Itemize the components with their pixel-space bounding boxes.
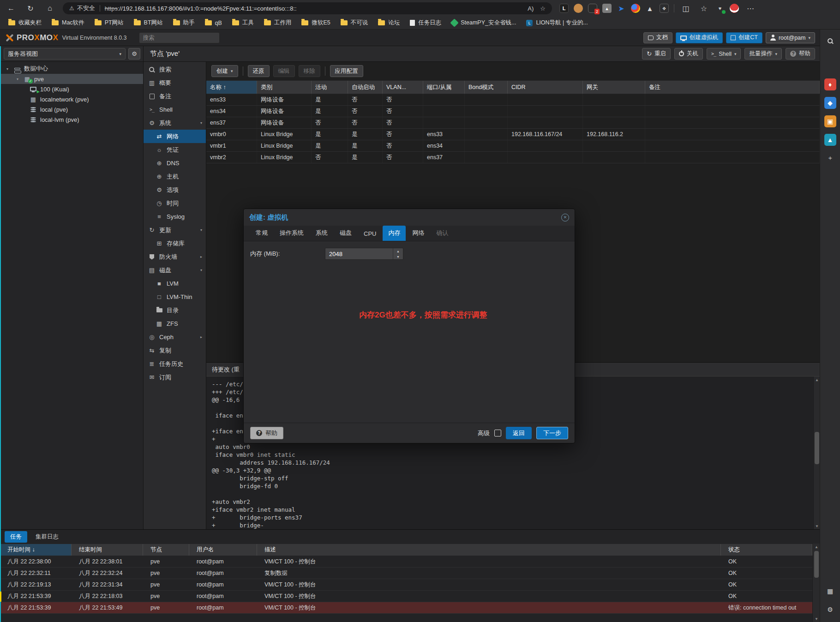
bookmark-item[interactable]: 不可说 — [341, 19, 368, 27]
menu-item[interactable]: ↻ 更新 ▾ — [144, 223, 206, 237]
bookmark-item[interactable]: PT网站 — [95, 19, 124, 27]
menu-item[interactable]: >_ Shell — [144, 103, 206, 116]
favorites-list-icon[interactable]: ☆ — [697, 2, 710, 15]
scroll-down-icon[interactable]: ▼ — [813, 616, 820, 622]
spinner-up-icon[interactable]: ▲ — [393, 248, 403, 254]
read-aloud-icon[interactable]: A) — [528, 5, 534, 12]
bookmark-item[interactable]: Mac软件 — [52, 19, 84, 27]
menu-item[interactable]: ⚙ 选项 — [144, 183, 206, 197]
menu-item[interactable]: ⚙ 系统 ▾ — [144, 116, 206, 130]
bookmark-item[interactable]: 微软E5 — [301, 19, 330, 27]
menu-item[interactable]: ▦ ZFS — [144, 317, 206, 330]
bookmark-item[interactable]: 收藏夹栏 — [8, 19, 42, 27]
tree-item-localnetwork[interactable]: ▦ localnetwork (pve) — [0, 94, 143, 104]
table-row[interactable]: vmbr0 Linux Bridge 是 是 否 ens33 192.168.1… — [206, 129, 820, 140]
scroll-down-icon[interactable]: ▼ — [814, 523, 820, 529]
menu-item[interactable]: ✉ 订阅 — [144, 371, 206, 384]
column-header-comment[interactable]: 备注 — [645, 81, 820, 94]
extension-l-icon[interactable]: L — [559, 4, 569, 13]
bookmark-item[interactable]: BT网站 — [134, 19, 163, 27]
back-icon[interactable]: ← — [5, 2, 18, 15]
sidebar-app-icon-orange[interactable]: ▣ — [824, 115, 836, 127]
sidebar-search-icon[interactable] — [824, 35, 836, 47]
reboot-button[interactable]: ↻重启 — [642, 48, 671, 60]
tree-item-node-pve[interactable]: ▾ ▦✓ pve — [0, 74, 143, 84]
scroll-up-icon[interactable]: ▲ — [814, 377, 820, 383]
dialog-tab[interactable]: 操作系统 — [274, 226, 309, 241]
view-selector[interactable]: 服务器视图▾ — [4, 48, 126, 60]
favorite-star-icon[interactable]: ☆ — [540, 5, 546, 12]
home-icon[interactable]: ⌂ — [43, 2, 56, 15]
shutdown-button[interactable]: 关机 — [674, 48, 703, 60]
split-screen-icon[interactable]: ◫ — [679, 2, 692, 15]
menu-item[interactable]: 防火墙 ▸ — [144, 250, 206, 263]
task-row[interactable]: 八月 22 21:53:39 八月 22 22:18:03 pve root@p… — [0, 591, 820, 602]
column-header-type[interactable]: 类别 — [257, 81, 312, 94]
settings-menu-icon[interactable]: ⋯ — [744, 2, 757, 15]
bookmark-item[interactable]: LLION导航 | 专业的... — [526, 19, 588, 27]
column-header-user[interactable]: 用户名 — [189, 544, 257, 556]
bookmark-item[interactable]: 工具 — [232, 19, 254, 27]
profile-avatar[interactable] — [730, 4, 739, 13]
table-row[interactable]: vmbr2 Linux Bridge 否 是 否 ens37 — [206, 152, 820, 163]
browser-essentials-icon[interactable]: ♥ — [715, 4, 725, 13]
scrollbar-thumb[interactable] — [815, 432, 819, 464]
create-button[interactable]: 创建▾ — [211, 65, 238, 77]
bookmark-item[interactable]: 论坛 — [378, 19, 400, 27]
memory-input[interactable] — [325, 251, 403, 257]
tree-item-local-lvm[interactable]: local-lvm (pve) — [0, 114, 143, 125]
menu-item[interactable]: ⇆ 复制 — [144, 344, 206, 357]
menu-item[interactable]: ⊞ 存储库 — [144, 237, 206, 250]
dialog-tab[interactable]: 网络 — [407, 226, 430, 241]
menu-item[interactable]: 目录 — [144, 304, 206, 317]
extension-phone-icon[interactable]: 2 — [588, 4, 597, 13]
global-search-input[interactable] — [139, 32, 220, 43]
docs-button[interactable]: 文档 — [643, 32, 672, 43]
column-header-end[interactable]: 结束时间 — [72, 544, 143, 556]
menu-item[interactable]: ◎ Ceph ▸ — [144, 330, 206, 344]
tasks-scrollbar[interactable]: ▲ ▼ — [812, 544, 820, 622]
task-row[interactable]: 八月 22 22:19:13 八月 22 22:31:34 pve root@p… — [0, 579, 820, 591]
table-row[interactable]: vmbr1 Linux Bridge 是 是 否 ens34 — [206, 140, 820, 152]
dialog-tab[interactable]: 常规 — [250, 226, 273, 241]
next-button[interactable]: 下一步 — [536, 427, 568, 439]
column-header-vlan[interactable]: VLAN... — [383, 81, 423, 94]
extension-triangle-icon[interactable]: ▲ — [645, 4, 654, 13]
menu-item[interactable]: ■ LVM — [144, 277, 206, 290]
dialog-tab[interactable]: 确认 — [431, 226, 454, 241]
address-bar[interactable]: ⚠ 不安全 https ://192.168.116.167:8006/#v1:… — [63, 2, 552, 14]
security-label[interactable]: 不安全 — [77, 4, 95, 12]
bookmark-item[interactable]: 助手 — [173, 19, 195, 27]
shell-button[interactable]: >_Shell▾ — [707, 48, 741, 60]
column-header-active[interactable]: 活动 — [312, 81, 348, 94]
menu-item[interactable]: ⊕ DNS — [144, 156, 206, 170]
sidebar-settings-gear-icon[interactable]: ⚙ — [824, 604, 836, 616]
bookmark-item[interactable]: SteamPY_安全省钱... — [451, 19, 516, 27]
scrollbar-thumb[interactable] — [814, 551, 819, 578]
tree-item-local[interactable]: local (pve) — [0, 104, 143, 114]
dialog-tab[interactable]: CPU — [358, 227, 382, 241]
menu-item[interactable]: ⊕ 主机 — [144, 170, 206, 183]
column-header-autostart[interactable]: 自动启动 — [348, 81, 383, 94]
table-row[interactable]: ens37 网络设备 否 否 否 — [206, 117, 820, 129]
close-icon[interactable]: ✕ — [561, 214, 569, 221]
dialog-tab[interactable]: 磁盘 — [334, 226, 357, 241]
spinner-down-icon[interactable]: ▼ — [393, 254, 403, 259]
sidebar-app-icon-red[interactable]: ♦ — [824, 78, 836, 90]
dialog-header[interactable]: 创建: 虚拟机 ✕ — [244, 209, 575, 226]
apply-configuration-button[interactable]: 应用配置 — [330, 65, 363, 77]
table-row[interactable]: ens33 网络设备 是 否 否 — [206, 94, 820, 106]
bookmark-item[interactable]: qB — [205, 19, 222, 27]
menu-item[interactable]: 搜索 — [144, 63, 206, 76]
dialog-tab[interactable]: 内存 — [383, 226, 406, 241]
column-header-start[interactable]: 开始时间 ↓ — [0, 544, 72, 556]
sidebar-app-icon-teal[interactable]: ▲ — [824, 134, 836, 146]
remove-button[interactable]: 移除 — [299, 65, 320, 77]
refresh-icon[interactable]: ↻ — [24, 2, 37, 15]
dialog-help-button[interactable]: ?帮助 — [250, 427, 283, 439]
menu-item[interactable]: ▤ 磁盘 ▾ — [144, 263, 206, 277]
menu-item[interactable]: ▥ 概要 — [144, 76, 206, 90]
tree-item-datacenter[interactable]: ▾ 数据中心 — [0, 64, 143, 74]
column-header-name[interactable]: 名称 ↑ — [206, 81, 257, 94]
column-header-node[interactable]: 节点 — [143, 544, 189, 556]
